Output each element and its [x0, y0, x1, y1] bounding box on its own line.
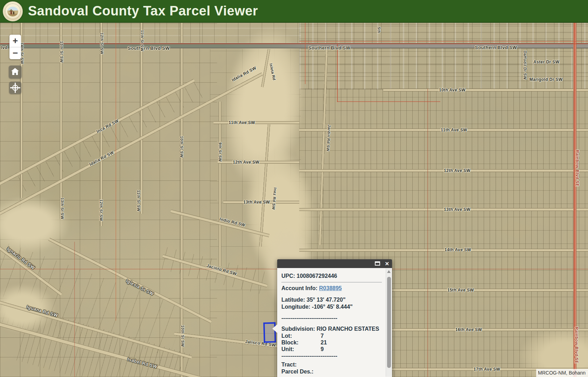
road [140, 23, 143, 214]
latitude-label: Latitude: [281, 297, 305, 303]
road [299, 249, 588, 252]
longitude-value: -106° 45' 8.444" [312, 304, 353, 310]
upc-value: 1008067292446 [297, 273, 337, 279]
page-title: Sandoval County Tax Parcel Viewer [28, 4, 258, 19]
block-label: Block: [281, 339, 321, 346]
scroll-up-arrow[interactable] [387, 270, 391, 273]
road-rainbow-centerline [574, 23, 575, 377]
block-row: Block:21 [281, 339, 388, 346]
road [299, 208, 588, 211]
scroll-thumb[interactable] [387, 277, 391, 368]
road [223, 201, 299, 204]
zoom-control: + − [9, 35, 21, 59]
lot-value: 7 [321, 333, 324, 339]
home-extent-button[interactable] [9, 66, 22, 78]
popup-titlebar[interactable]: ✕ [277, 259, 392, 268]
boundary-line [115, 23, 116, 321]
parcel-grid-topright [299, 23, 588, 89]
longitude-row: Longitude: -106° 45' 8.444" [281, 303, 388, 310]
app-header: Sandoval County Tax Parcel Viewer [0, 0, 588, 23]
account-row: Account Info: R038895 [281, 285, 388, 292]
seal-figure [13, 12, 14, 14]
popup-pointer [272, 324, 277, 333]
boundary-line [337, 44, 338, 102]
subdivision-value: RIO RANCHO ESTATES [316, 326, 379, 332]
boundary-line [299, 41, 588, 42]
boundary-line [337, 101, 440, 102]
unit-value: 9 [321, 346, 324, 352]
road [299, 169, 588, 172]
boundary-line [74, 242, 75, 377]
longitude-label: Longitude: [281, 304, 310, 310]
road [100, 23, 103, 226]
dashed-separator: ------------------------------ [281, 315, 388, 321]
road [383, 89, 588, 91]
seal-figure [10, 11, 12, 14]
boundary-line [305, 23, 306, 84]
unit-label: Unit: [281, 346, 321, 352]
latitude-row: Latitude: 35° 13' 47.720" [281, 296, 388, 303]
home-icon-door [14, 73, 16, 75]
spacer [281, 310, 388, 315]
lot-row: Lot:7 [281, 333, 388, 339]
road [181, 23, 183, 377]
subdivision-row: Subdivision: RIO RANCHO ESTATES [281, 325, 388, 333]
county-seal-logo [3, 1, 23, 21]
upc-row: UPC: 1008067292446 [281, 273, 388, 280]
road [218, 161, 299, 164]
unit-row: Unit:9 [281, 346, 388, 352]
popup-scrollbar[interactable] [386, 268, 392, 377]
zoom-in-button[interactable]: + [9, 35, 21, 47]
zoom-out-button[interactable]: − [9, 47, 21, 59]
parcel-info-popup: ✕ UPC: 1008067292446 Account Info: R0388… [277, 259, 392, 377]
account-link[interactable]: R038895 [319, 285, 342, 291]
popup-body: UPC: 1008067292446 Account Info: R038895… [277, 268, 392, 377]
account-label: Account Info: [281, 285, 317, 291]
spacer [281, 292, 388, 296]
boundary-line [427, 89, 428, 377]
boundary-line [0, 43, 588, 44]
map-attribution: MRCOG-NM, Bohann [536, 369, 588, 377]
locate-icon [12, 85, 18, 91]
my-location-button[interactable] [9, 82, 21, 94]
road [299, 129, 588, 131]
seal-scene [7, 7, 18, 16]
road [219, 102, 221, 266]
tract-row: Tract: [281, 361, 388, 368]
close-icon[interactable]: ✕ [385, 260, 389, 267]
maximize-icon[interactable] [375, 261, 380, 266]
lot-label: Lot: [281, 333, 321, 339]
upc-label: UPC: [281, 273, 295, 279]
latitude-value: 35° 13' 47.720" [307, 297, 345, 303]
road [60, 23, 62, 219]
dashed-separator: ------------------------------ [281, 352, 388, 359]
spacer [281, 321, 388, 325]
parcel-des-row: Parcel Des.: [281, 368, 388, 375]
divider [281, 282, 382, 282]
subdivision-label: Subdivision: [281, 326, 315, 332]
block-value: 21 [321, 340, 327, 345]
road [214, 121, 299, 124]
